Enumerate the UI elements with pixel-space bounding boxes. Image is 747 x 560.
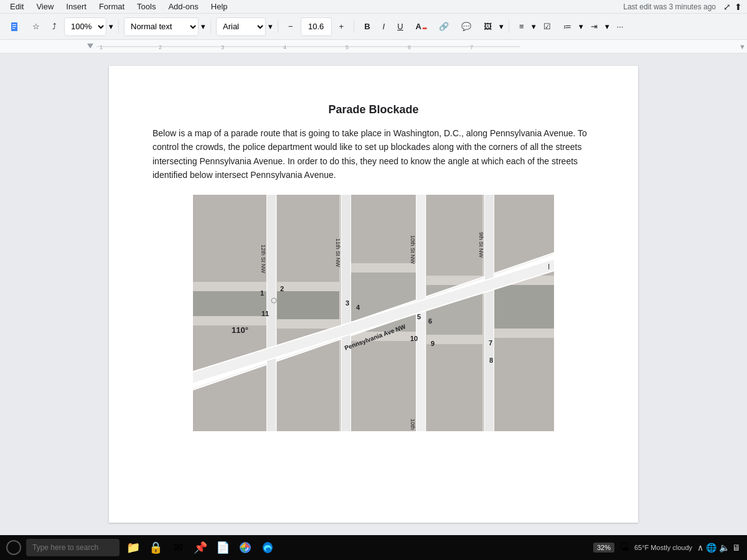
taskbar-mail[interactable]: ✉ bbox=[169, 539, 187, 556]
windows-search-circle[interactable] bbox=[6, 540, 21, 555]
svg-text:10: 10 bbox=[410, 335, 418, 342]
taskbar-right: 32% 🌤 65°F Mostly cloudy ∧ 🌐 🔈 🖥 bbox=[593, 542, 741, 553]
menu-edit[interactable]: Edit bbox=[5, 1, 29, 12]
maximize-icon[interactable]: ⤢ bbox=[723, 2, 731, 12]
zoom-arrow: ▾ bbox=[109, 22, 113, 31]
bullet-arrow: ▾ bbox=[579, 22, 583, 31]
svg-text:4: 4 bbox=[283, 44, 286, 50]
doc-icon[interactable] bbox=[5, 17, 25, 36]
line-spacing-button[interactable]: ≡ bbox=[514, 17, 529, 36]
svg-text:6: 6 bbox=[408, 44, 411, 50]
menu-format[interactable]: Format bbox=[94, 1, 129, 12]
taskbar: 📁 🔒 ✉ 📌 📄 32% 🌤 65°F Mostly bbox=[0, 535, 747, 560]
svg-rect-13 bbox=[193, 195, 268, 282]
weather-icon: 🌤 bbox=[619, 542, 629, 553]
ruler-scroll-arrow[interactable]: ▼ bbox=[739, 43, 746, 50]
menu-help[interactable]: Help bbox=[206, 1, 233, 12]
svg-text:4: 4 bbox=[356, 304, 360, 311]
svg-text:5: 5 bbox=[345, 44, 349, 50]
font-select[interactable]: Arial Times New Roman bbox=[216, 17, 266, 36]
svg-text:11: 11 bbox=[261, 310, 269, 317]
svg-text:2: 2 bbox=[159, 44, 162, 50]
12th-st-label: 12th St NW bbox=[260, 245, 266, 274]
svg-point-59 bbox=[266, 548, 271, 551]
svg-text:9: 9 bbox=[431, 340, 435, 347]
italic-button[interactable]: I bbox=[378, 17, 390, 36]
link-button[interactable]: 🔗 bbox=[434, 17, 454, 36]
svg-rect-2 bbox=[12, 26, 16, 27]
menu-view[interactable]: View bbox=[31, 1, 59, 12]
svg-text:3: 3 bbox=[221, 44, 224, 50]
svg-rect-34 bbox=[342, 195, 350, 431]
toolbar: ☆ ⤴ 100% 75% 150% ▾ Normal text Heading … bbox=[0, 14, 747, 40]
svg-rect-1 bbox=[12, 24, 16, 25]
upload-icon[interactable]: ⬆ bbox=[735, 2, 742, 12]
svg-text:3: 3 bbox=[345, 299, 349, 307]
svg-text:6: 6 bbox=[428, 317, 432, 325]
underline-button[interactable]: U bbox=[392, 17, 408, 36]
divider2 bbox=[210, 21, 211, 33]
divider4 bbox=[354, 21, 354, 33]
taskbar-sys-icons: ∧ 🌐 🔈 🖥 bbox=[697, 543, 741, 553]
last-edit-label: Last edit was 3 minutes ago bbox=[623, 2, 716, 11]
move-icon[interactable]: ⤴ bbox=[47, 17, 62, 36]
font-increase-btn[interactable]: + bbox=[334, 17, 349, 36]
more-btn[interactable]: ··· bbox=[612, 17, 629, 36]
indent-button[interactable]: ⇥ bbox=[586, 17, 603, 36]
checklist-button[interactable]: ☑ bbox=[538, 17, 556, 36]
svg-text:7: 7 bbox=[489, 339, 492, 347]
divider3 bbox=[278, 21, 278, 33]
taskbar-file-explorer[interactable]: 📁 bbox=[125, 539, 142, 556]
svg-text:8: 8 bbox=[489, 357, 493, 364]
menu-insert[interactable]: Insert bbox=[61, 1, 92, 12]
font-decrease-btn[interactable]: − bbox=[283, 17, 298, 36]
ruler-marker bbox=[87, 44, 93, 49]
menu-addons[interactable]: Add-ons bbox=[163, 1, 203, 12]
ruler: 1 2 3 4 5 6 7 ▼ bbox=[0, 40, 747, 54]
comment-button[interactable]: 💬 bbox=[456, 17, 476, 36]
map-svg: 110° 1 2 3 4 5 6 7 8 9 bbox=[193, 195, 554, 431]
svg-text:1: 1 bbox=[100, 44, 103, 50]
svg-rect-23 bbox=[193, 291, 268, 316]
svg-text:7: 7 bbox=[470, 44, 473, 50]
menu-bar: Edit View Insert Format Tools Add-ons He… bbox=[0, 0, 747, 14]
svg-rect-15 bbox=[349, 195, 417, 263]
svg-text:2: 2 bbox=[280, 285, 284, 292]
doc-title: Parade Blockade bbox=[153, 103, 594, 116]
taskbar-edge[interactable] bbox=[259, 539, 276, 556]
svg-text:1: 1 bbox=[260, 289, 264, 297]
zoom-select[interactable]: 100% 75% 150% bbox=[64, 17, 106, 36]
arrow-up-icon[interactable]: ∧ bbox=[697, 543, 703, 553]
indent-arrow: ▾ bbox=[605, 22, 609, 31]
font-size-input[interactable] bbox=[301, 17, 332, 36]
taskbar-lock[interactable]: 🔒 bbox=[147, 539, 164, 556]
angle-label: 110° bbox=[232, 325, 248, 335]
network-icon[interactable]: 🌐 bbox=[706, 543, 716, 553]
speaker-icon[interactable]: 🔈 bbox=[719, 543, 730, 553]
star-icon[interactable]: ☆ bbox=[27, 17, 45, 36]
bold-button[interactable]: B bbox=[359, 17, 375, 36]
font-arrow: ▾ bbox=[268, 22, 273, 31]
style-select[interactable]: Normal text Heading 1 Heading 2 bbox=[124, 17, 199, 36]
desktop-icon[interactable]: 🖥 bbox=[732, 543, 741, 553]
taskbar-app-icons: 📁 🔒 ✉ 📌 📄 bbox=[125, 539, 276, 556]
weather-text: 65°F Mostly cloudy bbox=[634, 544, 692, 551]
divider5 bbox=[509, 21, 509, 33]
taskbar-docs[interactable]: 📄 bbox=[214, 539, 232, 556]
ruler-svg: 1 2 3 4 5 6 7 bbox=[96, 40, 520, 54]
image-arrow: ▾ bbox=[499, 22, 504, 31]
divider1 bbox=[118, 21, 119, 33]
svg-rect-27 bbox=[492, 285, 554, 329]
image-button[interactable]: 🖼 bbox=[479, 17, 497, 36]
doc-area[interactable]: Parade Blockade Below is a map of a para… bbox=[0, 54, 747, 535]
doc-body: Below is a map of a parade route that is… bbox=[153, 126, 594, 182]
taskbar-pin[interactable]: 📌 bbox=[192, 539, 209, 556]
taskbar-search-input[interactable] bbox=[26, 539, 120, 556]
bullet-button[interactable]: ≔ bbox=[558, 17, 576, 36]
menu-tools[interactable]: Tools bbox=[132, 1, 161, 12]
text-cursor: I bbox=[548, 263, 550, 271]
11th-st-label: 11th St NW bbox=[335, 238, 341, 268]
taskbar-google-chrome[interactable] bbox=[237, 539, 254, 556]
font-color-button[interactable]: A▂ bbox=[411, 17, 431, 36]
svg-rect-14 bbox=[277, 195, 339, 282]
